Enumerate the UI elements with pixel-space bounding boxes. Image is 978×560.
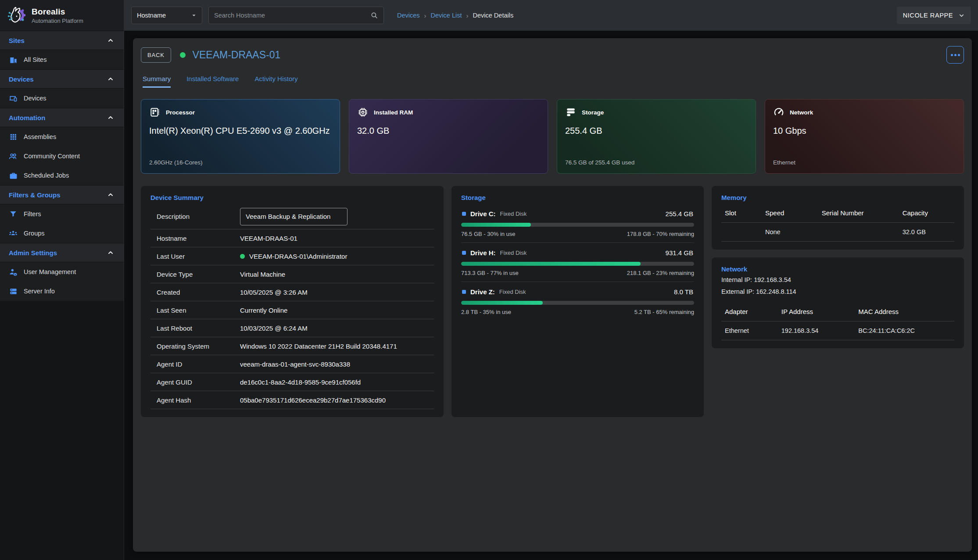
summary-row-operating-system: Operating System Windows 10 2022 Datacen…: [150, 337, 434, 355]
sidebar-section-automation[interactable]: Automation: [0, 108, 124, 127]
sidebar-section-filters-groups[interactable]: Filters & Groups: [0, 185, 124, 204]
network-table-header: Adapter IP Address MAC Address: [721, 303, 954, 321]
tab-activity-history[interactable]: Activity History: [254, 75, 297, 88]
sidebar-item-groups[interactable]: Groups: [0, 224, 124, 243]
tab-bar: Summary Installed Software Activity Hist…: [141, 75, 964, 88]
drive-name: Drive Z:: [470, 288, 495, 296]
sidebar-item-scheduled-jobs[interactable]: Scheduled Jobs: [0, 166, 124, 185]
external-ip: External IP: 162.248.8.114: [721, 287, 954, 296]
drive-name: Drive C:: [470, 210, 496, 218]
device-summary-panel: Device Summary Description Hostname VEEA…: [141, 186, 444, 417]
stat-card-title: Installed RAM: [374, 109, 413, 116]
summary-row-agent-hash: Agent Hash 05ba0e7935171d626ecea29b27d7a…: [150, 391, 434, 409]
row-label: Agent ID: [157, 360, 240, 368]
user-menu-button[interactable]: NICOLE RAPPE: [897, 7, 971, 24]
stat-cards: Processor Intel(R) Xeon(R) CPU E5-2690 v…: [141, 99, 964, 174]
summary-row-last-seen: Last Seen Currently Online: [150, 301, 434, 319]
speedometer-icon: [773, 107, 785, 118]
storage-panel: Storage Drive C: Fixed Disk 255.4 GB 76.…: [451, 186, 704, 417]
row-label: Last User: [157, 253, 240, 260]
sidebar-section-label: Admin Settings: [9, 249, 57, 257]
topbar: Hostname Devices › Device List › Device …: [124, 0, 978, 31]
panel-title: Storage: [461, 194, 694, 201]
panel-title: Memory: [721, 194, 954, 201]
row-value: Windows 10 2022 Datacenter 21H2 Build 20…: [240, 342, 397, 350]
main-content: BACK VEEAM-DRAAS-01 Summary Installed So…: [124, 31, 978, 560]
brand: Borealis Automation Platform: [0, 0, 124, 31]
drive-used: 2.8 TB - 35% in use: [461, 309, 511, 315]
chevron-up-icon: [107, 191, 114, 198]
sidebar-section-sites[interactable]: Sites: [0, 31, 124, 50]
drive-row-c: Drive C: Fixed Disk 255.4 GB 76.5 GB - 3…: [461, 204, 694, 243]
search-input[interactable]: [214, 12, 367, 19]
hostname-filter-select[interactable]: Hostname: [131, 7, 202, 24]
drive-usage-bar: [461, 223, 694, 227]
drive-bullet-icon: [462, 290, 466, 294]
breadcrumb-device-list[interactable]: Device List: [431, 12, 462, 19]
building-icon: [9, 55, 18, 64]
drive-type: Fixed Disk: [500, 210, 527, 217]
tab-summary[interactable]: Summary: [143, 75, 171, 88]
row-label: Agent GUID: [157, 378, 240, 386]
more-actions-button[interactable]: [946, 46, 964, 64]
back-button[interactable]: BACK: [141, 47, 171, 63]
stat-card-title: Network: [790, 109, 813, 116]
drive-bullet-icon: [462, 251, 466, 255]
row-label: Agent Hash: [157, 396, 240, 404]
sidebar-section-admin-settings[interactable]: Admin Settings: [0, 243, 124, 262]
row-label: Hostname: [157, 235, 240, 242]
devices-icon: [9, 94, 18, 103]
drive-usage-bar: [461, 262, 694, 266]
detail-panels: Device Summary Description Hostname VEEA…: [141, 186, 964, 417]
panel-title: Device Summary: [150, 194, 434, 201]
caret-down-icon: [191, 13, 197, 18]
user-gear-icon: [9, 268, 18, 276]
chevron-down-icon: [958, 12, 965, 19]
sidebar-item-label: Community Content: [24, 153, 80, 160]
user-name: NICOLE RAPPE: [903, 12, 953, 19]
row-value: Virtual Machine: [240, 271, 285, 278]
storage-stack-icon: [565, 107, 577, 118]
sidebar-item-user-management[interactable]: User Management: [0, 262, 124, 282]
summary-row-last-user: Last User VEEAM-DRAAS-01\Administrator: [150, 247, 434, 265]
sidebar-section-label: Automation: [9, 114, 45, 121]
sidebar-section-devices[interactable]: Devices: [0, 69, 124, 89]
drive-usage-bar: [461, 301, 694, 305]
sidebar-item-label: User Management: [24, 268, 76, 275]
installed-ram-card: Installed RAM 32.0 GB: [349, 99, 548, 174]
breadcrumb-devices[interactable]: Devices: [397, 12, 420, 19]
ram-chip-icon: [357, 107, 369, 118]
tab-installed-software[interactable]: Installed Software: [186, 75, 239, 88]
stat-card-subtitle: 76.5 GB of 255.4 GB used: [565, 159, 748, 166]
sidebar-item-devices[interactable]: Devices: [0, 89, 124, 108]
sidebar-item-label: Server Info: [24, 288, 55, 295]
description-input[interactable]: [240, 208, 347, 225]
sidebar-item-label: Scheduled Jobs: [24, 172, 69, 179]
stat-card-value: 32.0 GB: [357, 125, 540, 137]
sidebar-item-community-content[interactable]: Community Content: [0, 146, 124, 166]
row-value: de16c0c1-8aa2-4d18-9585-9ce91cf056fd: [240, 378, 361, 386]
stat-card-title: Processor: [166, 109, 195, 116]
sidebar-item-all-sites[interactable]: All Sites: [0, 50, 124, 69]
sidebar-item-filters[interactable]: Filters: [0, 204, 124, 224]
server-icon: [9, 287, 18, 296]
row-label: Last Seen: [157, 307, 240, 314]
chevron-up-icon: [107, 75, 114, 82]
drive-used: 713.3 GB - 77% in use: [461, 270, 519, 276]
summary-row-device-type: Device Type Virtual Machine: [150, 265, 434, 283]
row-value: 10/03/2025 @ 6:24 AM: [240, 325, 308, 332]
page-header: BACK VEEAM-DRAAS-01: [141, 46, 964, 64]
filter-select-value: Hostname: [137, 12, 166, 19]
sidebar-item-assemblies[interactable]: Assemblies: [0, 127, 124, 146]
sidebar: Borealis Automation Platform Sites All S…: [0, 0, 124, 560]
storage-card: Storage 255.4 GB 76.5 GB of 255.4 GB use…: [557, 99, 756, 174]
sidebar-item-label: Devices: [24, 95, 47, 102]
brand-subtitle: Automation Platform: [32, 18, 83, 24]
chevron-up-icon: [107, 37, 114, 44]
sidebar-section-label: Filters & Groups: [9, 191, 61, 199]
breadcrumb: Devices › Device List › Device Details: [397, 12, 513, 19]
device-details-card: BACK VEEAM-DRAAS-01 Summary Installed So…: [133, 38, 972, 552]
sidebar-item-server-info[interactable]: Server Info: [0, 282, 124, 301]
sidebar-item-label: Assemblies: [24, 133, 56, 140]
stat-card-title: Storage: [582, 109, 604, 116]
